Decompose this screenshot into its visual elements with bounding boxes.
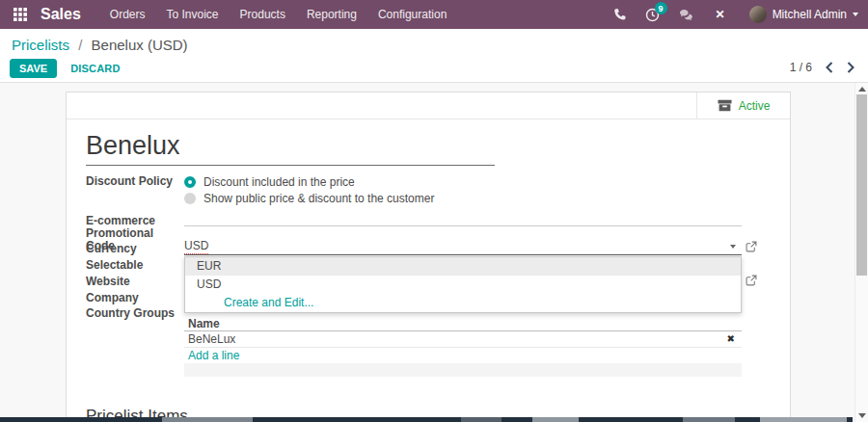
radio-unselected-icon[interactable] [184,193,196,204]
add-a-line-row: Add a line [184,348,742,363]
odoo-sales-screen: Sales Orders To Invoice Products Reporti… [0,0,868,422]
archive-box-icon [718,99,732,112]
menu-to-invoice[interactable]: To Invoice [167,8,219,21]
scroll-down-icon[interactable] [855,409,868,422]
currency-dropdown: EUR USD Create and Edit... [184,256,742,313]
selectable-label: Selectable [86,259,184,272]
radio-selected-icon[interactable] [184,176,196,188]
currency-external-link-icon[interactable] [746,241,757,255]
table-cell-name[interactable]: BeNeLux [188,332,235,346]
close-tools-icon[interactable]: ✕ [712,6,729,23]
scrollbar[interactable] [854,83,868,422]
radio-show-public-price-label[interactable]: Show public price & discount to the cust… [203,192,434,205]
radio-discount-included[interactable]: Discount included in the price [184,175,355,189]
breadcrumb-current: Benelux (USD) [92,37,188,53]
navbar-right: 9 ✕ Mitchell Admin [610,6,858,23]
pager-count: 1 / 6 [790,61,812,74]
currency-label: Currency [86,243,184,255]
currency-input[interactable]: USD [184,237,742,255]
dropdown-option-eur[interactable]: EUR [185,257,741,276]
active-button[interactable]: Active [696,92,790,119]
breadcrumb: Pricelists / Benelux (USD) [12,37,188,53]
user-menu[interactable]: Mitchell Admin [749,6,858,23]
pager-prev-icon[interactable] [826,62,833,73]
radio-show-public-price[interactable]: Show public price & discount to the cust… [184,192,434,205]
menu-configuration[interactable]: Configuration [378,8,447,21]
form-sheet: Active Benelux Discount Policy E-commerc… [66,92,791,422]
close-icon-glyph: ✕ [716,8,725,21]
user-name: Mitchell Admin [773,8,847,21]
promo-code-input[interactable] [184,212,742,226]
bottom-clipped-bar [0,417,853,422]
company-label: Company [86,292,184,304]
add-a-line-link[interactable]: Add a line [188,349,239,362]
menu-reporting[interactable]: Reporting [307,8,357,21]
pager: 1 / 6 [790,61,854,74]
activity-clock-icon[interactable]: 9 [644,6,662,23]
currency-caret-down-icon[interactable] [730,245,736,249]
delete-row-icon[interactable]: ✖ [727,334,735,344]
phone-icon[interactable] [610,6,628,23]
avatar [749,6,767,23]
active-label: Active [739,99,771,113]
activity-badge: 9 [655,2,667,14]
country-groups-table: Name BeNeLux ✖ Add a line [184,317,742,377]
menu-orders[interactable]: Orders [110,8,146,21]
discount-policy-label: Discount Policy [86,175,184,188]
app-name[interactable]: Sales [41,6,81,23]
pricelist-name-input[interactable]: Benelux [86,131,495,166]
dropdown-option-usd[interactable]: USD [185,276,741,294]
breadcrumb-pricelists-link[interactable]: Pricelists [12,37,69,53]
dropdown-create-and-edit[interactable]: Create and Edit... [185,294,741,312]
empty-row-stripe [184,363,742,377]
app-menus: Orders To Invoice Products Reporting Con… [110,8,448,21]
discard-button[interactable]: DISCARD [70,63,121,74]
caret-down-icon [853,13,858,16]
radio-discount-included-label[interactable]: Discount included in the price [203,175,355,189]
breadcrumb-separator: / [78,37,82,53]
apps-grid-icon-svg [14,8,27,21]
save-button[interactable]: SAVE [10,59,57,78]
website-label: Website [86,276,184,288]
country-groups-label: Country Groups [86,307,184,320]
messages-icon[interactable] [678,6,695,23]
button-box: Active [67,92,790,119]
control-panel: Pricelists / Benelux (USD) SAVE DISCARD … [0,29,868,83]
pager-next-icon[interactable] [847,62,854,73]
apps-grid-icon[interactable] [14,8,27,21]
control-panel-buttons: SAVE DISCARD [10,59,121,78]
table-header-name: Name [184,317,742,331]
menu-products[interactable]: Products [240,8,285,21]
website-external-link-icon[interactable] [746,275,757,289]
navbar-left: Sales Orders To Invoice Products Reporti… [10,6,447,23]
top-navbar: Sales Orders To Invoice Products Reporti… [0,0,868,29]
currency-value: USD [184,239,208,254]
scrollbar-thumb[interactable] [856,94,867,276]
table-row[interactable]: BeNeLux ✖ [184,331,742,348]
content-area: Active Benelux Discount Policy E-commerc… [0,83,868,422]
